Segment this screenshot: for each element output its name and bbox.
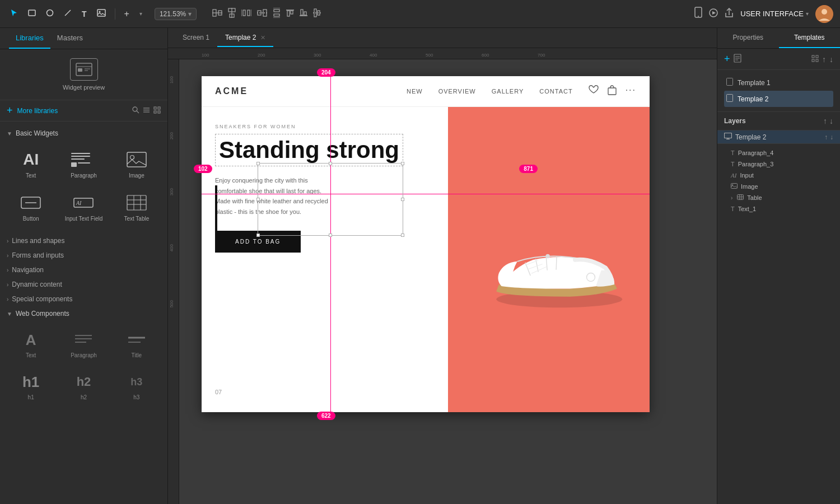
align-bottom-tool[interactable] bbox=[300, 8, 307, 20]
layer-image-icon bbox=[731, 183, 738, 190]
widget-button-label: Button bbox=[23, 215, 39, 222]
template-grid-icon[interactable] bbox=[811, 55, 819, 64]
section-basic-widgets[interactable]: ▼ Basic Widgets bbox=[0, 126, 167, 141]
svg-point-43 bbox=[133, 107, 137, 111]
section-navigation[interactable]: › Navigation bbox=[0, 263, 167, 277]
web-widget-h1[interactable]: h1 h1 bbox=[7, 367, 55, 405]
sneaker-cta-button[interactable]: ADD TO BAG bbox=[215, 231, 301, 253]
search-icon[interactable] bbox=[132, 106, 139, 115]
svg-rect-68 bbox=[608, 88, 616, 95]
table-expand-icon[interactable]: › bbox=[731, 195, 732, 201]
align-h-tool[interactable] bbox=[212, 9, 222, 19]
layer-up-arrow[interactable]: ↑ bbox=[824, 133, 828, 141]
text-tool[interactable]: T bbox=[78, 7, 90, 21]
tab-templates[interactable]: Templates bbox=[779, 28, 841, 48]
template-item-1[interactable]: Template 1 bbox=[724, 74, 833, 91]
layers-header: Layers ↑ ↓ bbox=[717, 112, 840, 130]
section-web-components[interactable]: ▼ Web Components bbox=[0, 306, 167, 321]
widget-input-text[interactable]: AI Input Text Field bbox=[59, 188, 108, 227]
align-center-h-tool[interactable] bbox=[257, 9, 267, 19]
measure-622: 622 bbox=[317, 412, 335, 420]
web-widget-paragraph[interactable]: Paragraph bbox=[59, 325, 108, 363]
web-text-icon: A bbox=[18, 330, 43, 350]
separator bbox=[115, 8, 115, 20]
user-avatar[interactable] bbox=[815, 5, 833, 23]
more-libraries-link[interactable]: More libraries bbox=[17, 107, 132, 115]
template-sort-up-icon[interactable]: ↑ bbox=[822, 55, 826, 64]
web-widgets-grid: A Text Paragraph Title h1 bbox=[0, 321, 167, 412]
widget-button[interactable]: Button bbox=[7, 188, 55, 227]
add-template-button[interactable]: + bbox=[724, 53, 730, 65]
canvas-viewport[interactable]: 100 200 300 400 500 204 102 871 bbox=[168, 59, 717, 504]
svg-rect-94 bbox=[738, 195, 744, 200]
add-library-button[interactable]: + bbox=[7, 105, 13, 116]
layer-text1-icon: T bbox=[731, 206, 735, 212]
layer-move-up-icon[interactable]: ↑ bbox=[823, 116, 827, 125]
sneaker-image bbox=[465, 198, 633, 321]
distribute-v-tool[interactable] bbox=[273, 8, 281, 20]
distribute-h-tool[interactable] bbox=[241, 9, 251, 19]
section-forms-inputs[interactable]: › Forms and inputs bbox=[0, 248, 167, 263]
view-icons bbox=[132, 106, 161, 115]
web-widget-text[interactable]: A Text bbox=[7, 325, 55, 363]
tab-libraries[interactable]: Libraries bbox=[9, 28, 50, 49]
tab-template2[interactable]: Templae 2 ✕ bbox=[217, 29, 273, 47]
layer-image[interactable]: Image bbox=[717, 181, 840, 192]
section-lines-shapes[interactable]: › Lines and shapes bbox=[0, 234, 167, 248]
line-tool[interactable] bbox=[60, 7, 75, 21]
template2-name: Templae 2 bbox=[738, 95, 768, 103]
widget-text-table[interactable]: Text Table bbox=[113, 188, 161, 227]
layer-paragraph4[interactable]: T Paragraph_4 bbox=[717, 147, 840, 158]
web-widget-title[interactable]: Title bbox=[113, 325, 161, 363]
widget-input-icon: AI bbox=[71, 193, 96, 213]
svg-point-78 bbox=[545, 254, 550, 258]
add-tool[interactable]: + bbox=[121, 7, 133, 21]
layer-move-down-icon[interactable]: ↓ bbox=[829, 116, 833, 125]
cursor-tool[interactable] bbox=[7, 7, 21, 21]
widget-paragraph-icon bbox=[71, 150, 96, 170]
web-title-label: Title bbox=[132, 352, 142, 358]
ruler-horizontal: 100 200 300 400 500 600 700 bbox=[168, 48, 717, 59]
widget-image[interactable]: Image bbox=[113, 145, 161, 184]
layer-paragraph3[interactable]: T Paragraph_3 bbox=[717, 158, 840, 170]
template-sort-down-icon[interactable]: ↓ bbox=[829, 55, 833, 64]
web-widget-h3[interactable]: h3 h3 bbox=[113, 367, 161, 405]
align-center-v-tool[interactable] bbox=[313, 8, 321, 20]
canvas-scroll[interactable]: 204 102 871 622 bbox=[179, 59, 717, 504]
template-item-2[interactable]: Templae 2 bbox=[724, 91, 833, 107]
section-dynamic-content[interactable]: › Dynamic content bbox=[0, 277, 167, 292]
layer-down-arrow[interactable]: ↓ bbox=[830, 133, 833, 141]
navigation-chevron: › bbox=[7, 267, 8, 273]
tab-close-icon[interactable]: ✕ bbox=[260, 34, 265, 41]
tab-screen1[interactable]: Screen 1 bbox=[175, 29, 217, 47]
circle-tool[interactable] bbox=[43, 7, 57, 21]
zoom-value: 121.53% bbox=[160, 10, 186, 18]
active-layer-row[interactable]: Templae 2 ↑ ↓ bbox=[717, 130, 840, 144]
share-button[interactable] bbox=[725, 8, 734, 20]
section-special[interactable]: › Special components bbox=[0, 292, 167, 306]
mobile-preview-icon[interactable] bbox=[694, 7, 702, 21]
widget-paragraph[interactable]: Paragraph bbox=[59, 145, 108, 184]
web-widget-h2[interactable]: h2 h2 bbox=[59, 367, 108, 405]
layer-input[interactable]: AI Input bbox=[717, 170, 840, 181]
layer-text-icon2: T bbox=[731, 161, 735, 167]
align-top-tool[interactable] bbox=[286, 8, 294, 20]
layer-text1[interactable]: T Text_1 bbox=[717, 203, 840, 214]
tab-properties[interactable]: Properties bbox=[717, 28, 779, 48]
grid-view-icon[interactable] bbox=[153, 106, 161, 115]
widget-text[interactable]: AI Text bbox=[7, 145, 55, 184]
template-page-icon[interactable] bbox=[734, 54, 741, 64]
tab-masters[interactable]: Masters bbox=[50, 28, 90, 49]
align-v-tool[interactable] bbox=[228, 8, 236, 20]
layer-table[interactable]: › Table bbox=[717, 192, 840, 203]
workspace-name-display[interactable]: USER INTERFACE ▾ bbox=[740, 10, 809, 18]
svg-point-4 bbox=[99, 11, 100, 13]
rectangle-tool[interactable] bbox=[25, 7, 39, 21]
list-view-icon[interactable] bbox=[143, 106, 150, 115]
workspace-dropdown-icon: ▾ bbox=[806, 11, 809, 17]
zoom-control[interactable]: 121.53% ▾ bbox=[155, 8, 197, 20]
add-dropdown[interactable]: ▾ bbox=[136, 8, 146, 19]
image-tool[interactable] bbox=[94, 7, 109, 21]
svg-rect-3 bbox=[97, 10, 105, 16]
play-button[interactable] bbox=[709, 8, 718, 20]
